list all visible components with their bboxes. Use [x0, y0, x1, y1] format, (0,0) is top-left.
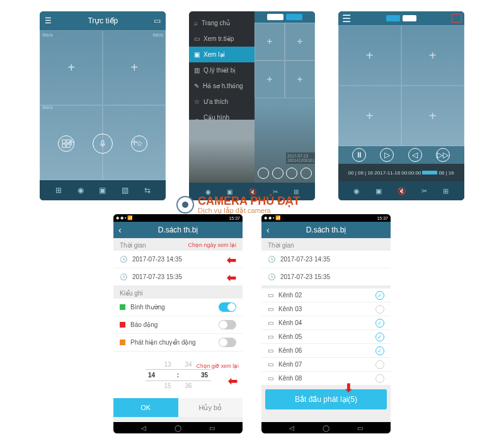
live-bottombar: ⊞ ◉ ▣ ▧ ⇆ — [40, 180, 166, 200]
play-icon[interactable]: ▷ — [380, 148, 394, 162]
toggle-normal[interactable] — [219, 302, 236, 312]
channel-row[interactable]: ▭Kênh 07✓ — [261, 358, 391, 372]
grid-cell[interactable]: + — [103, 30, 166, 105]
nav-profile[interactable]: ✎Hồ sơ h.thống — [189, 78, 255, 94]
nav-playback[interactable]: ▣Xem lại — [189, 47, 255, 62]
pause-icon[interactable]: ⏸ — [352, 148, 366, 162]
back-softkey-icon[interactable]: ◁ — [141, 425, 146, 432]
timeline-segment[interactable] — [422, 171, 437, 174]
recent-softkey-icon[interactable]: ▭ — [209, 425, 215, 432]
nav-home[interactable]: ⌂Trang chủ — [189, 15, 255, 31]
grid-cell[interactable]: + — [285, 60, 315, 98]
tab-picture[interactable] — [286, 14, 302, 20]
tab-picture[interactable] — [403, 15, 416, 21]
layout-icon[interactable] — [58, 135, 74, 152]
timeline[interactable]: 00 | 08 | 16 2017-11-18 00:00:00 08 | 16 — [338, 164, 464, 181]
camera-icon[interactable]: ◉ — [353, 187, 360, 195]
nav-favorite[interactable]: ☆Ưa thích — [189, 94, 255, 110]
toggle-alarm[interactable] — [219, 320, 236, 329]
grid-cell[interactable]: + — [255, 23, 285, 60]
cancel-button[interactable]: Hủy bỏ — [178, 398, 243, 417]
time-value: 2017-07-23 15:35 — [132, 273, 236, 280]
menu-icon[interactable]: ☰ — [45, 16, 52, 25]
grid-icon[interactable]: ⊞ — [55, 186, 62, 195]
check-icon[interactable]: ✓ — [375, 305, 384, 314]
nav-label: Trang chủ — [202, 20, 230, 26]
ctrl-icon[interactable] — [301, 168, 312, 179]
mode-tabs[interactable] — [255, 11, 315, 23]
playback-controls: ⏸ ▷ ◁ ▷▷ — [338, 146, 464, 164]
right-grid[interactable]: + + + + — [255, 23, 315, 98]
home-softkey-icon[interactable]: ◯ — [175, 425, 181, 432]
check-icon[interactable]: ✓ — [375, 319, 384, 328]
mode-tabs: ☰ — [338, 11, 464, 25]
picker-row-selected[interactable]: 14:35 — [146, 369, 211, 381]
record-indicator-icon[interactable] — [452, 14, 462, 23]
channel-row[interactable]: ▭Kênh 03✓ — [261, 302, 391, 316]
slow-icon[interactable]: ◁ — [408, 148, 422, 162]
check-icon[interactable]: ✓ — [375, 374, 384, 383]
time-to-row[interactable]: 🕓 2017-07-23 15:35 — [261, 268, 391, 286]
check-icon[interactable]: ✓ — [375, 360, 384, 369]
tab-playback[interactable] — [267, 14, 284, 20]
timeline[interactable]: 2017-07-23 20014120016120018120020000 — [286, 152, 315, 164]
star-icon[interactable]: ☆ — [131, 135, 147, 152]
time-from-row[interactable]: 🕓 2017-07-23 14:35 — [261, 251, 391, 268]
recent-softkey-icon[interactable]: ▭ — [357, 425, 363, 432]
fast-icon[interactable]: ▷▷ — [436, 148, 450, 162]
grid-cell[interactable]: + — [255, 60, 285, 98]
nav-live[interactable]: ▭Xem tr.tiếp — [189, 31, 255, 47]
grid-cell[interactable]: + — [338, 25, 401, 86]
tab-playback[interactable] — [386, 15, 400, 21]
back-icon[interactable]: ‹ — [266, 225, 270, 235]
channel-row[interactable]: ▭Kênh 04✓ — [261, 316, 391, 330]
record-normal-row[interactable]: Bình thường — [113, 299, 243, 316]
grid-cell[interactable]: + — [285, 23, 315, 60]
start-playback-button[interactable]: Bắt đầu phát lại(5) — [265, 389, 387, 409]
ok-button[interactable]: OK — [113, 398, 178, 417]
image-icon[interactable]: ▧ — [122, 186, 129, 195]
menu-icon[interactable]: ☰ — [342, 13, 351, 25]
swap-icon[interactable]: ⇆ — [144, 186, 151, 195]
check-icon[interactable]: ✓ — [375, 291, 384, 300]
playback-grid[interactable]: + + + + — [338, 25, 464, 146]
toggle-motion[interactable] — [219, 338, 236, 347]
time-from-row[interactable]: 🕓 2017-07-23 14:35 ⬅ — [113, 251, 243, 268]
record-label: Bình thường — [130, 304, 214, 311]
camera-icon[interactable]: ◉ — [77, 186, 84, 195]
channel-row[interactable]: ▭Kênh 05✓ — [261, 330, 391, 344]
grid-cell[interactable]: + — [338, 86, 401, 146]
channel-label: Kênh 05 — [278, 333, 370, 340]
channel-row[interactable]: ▭Kênh 08✓ — [261, 372, 391, 386]
record-motion-row[interactable]: Phát hiện chuyển động — [113, 334, 243, 352]
grid-cell[interactable]: + — [401, 25, 464, 86]
mic-icon[interactable] — [93, 134, 113, 154]
live-grid[interactable]: + + + + — [40, 30, 166, 180]
back-icon[interactable]: ‹ — [118, 225, 122, 235]
home-softkey-icon[interactable]: ◯ — [323, 425, 329, 432]
record-icon[interactable]: ▣ — [99, 186, 106, 195]
time-picker[interactable]: Chọn giờ xem lại 1334 14:35 1536 ⬅ — [113, 352, 243, 398]
home-icon: ⌂ — [194, 20, 198, 26]
check-icon[interactable]: ✓ — [375, 333, 384, 341]
ctrl-icon[interactable] — [286, 168, 297, 179]
display-icon[interactable]: ▭ — [154, 16, 161, 25]
timeline-ticks: 20014120016120018120020000 — [287, 158, 315, 163]
nav-devmgr[interactable]: ▥Q.lý thiết bị — [189, 62, 255, 78]
grid-icon[interactable]: ⊞ — [443, 187, 449, 195]
record-alarm-row[interactable]: Báo động — [113, 316, 243, 334]
record-label: Báo động — [130, 321, 214, 328]
check-icon[interactable]: ✓ — [375, 346, 384, 355]
channel-row[interactable]: ▭Kênh 02✓ — [261, 289, 391, 302]
grid-cell[interactable]: + — [401, 86, 464, 146]
channel-row[interactable]: ▭Kênh 06✓ — [261, 344, 391, 358]
record-icon[interactable]: ▣ — [375, 187, 382, 195]
cut-icon[interactable]: ✂ — [421, 187, 427, 195]
ctrl-icon[interactable] — [258, 168, 269, 179]
ctrl-icon[interactable] — [272, 168, 284, 179]
grid-cell[interactable]: + — [40, 30, 103, 105]
volume-icon[interactable]: 🔇 — [398, 187, 406, 195]
back-softkey-icon[interactable]: ◁ — [289, 425, 294, 432]
status-time: 15:37 — [377, 216, 388, 220]
time-to-row[interactable]: 🕓 2017-07-23 15:35 ⬅ — [113, 268, 243, 286]
